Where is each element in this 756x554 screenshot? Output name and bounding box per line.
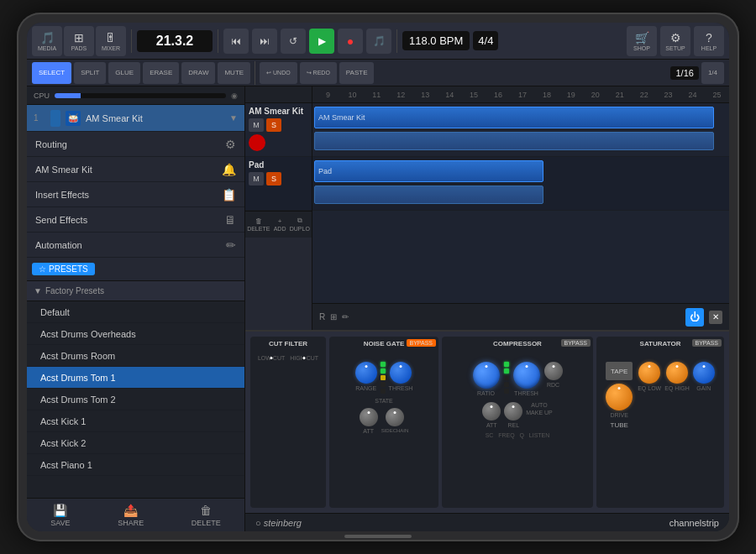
chevron-icon: ▼ xyxy=(34,286,42,295)
home-indicator xyxy=(344,535,412,538)
preset-acst-tom2[interactable]: Acst Drums Tom 2 xyxy=(27,389,244,410)
nav-am-smear[interactable]: AM Smear Kit 🔔 xyxy=(27,157,244,182)
play-button[interactable]: ▶ xyxy=(309,29,334,54)
save-button[interactable]: 💾 SAVE xyxy=(50,504,70,527)
bottom-actions: 💾 SAVE 📤 SHARE 🗑 DELETE xyxy=(27,498,244,531)
track-mute-btn[interactable]: M xyxy=(249,118,264,132)
sidechain-knob[interactable] xyxy=(386,408,404,426)
presets-button[interactable]: ☆ PRESETS xyxy=(32,263,95,275)
arranger-grid-btn[interactable]: ⊞ xyxy=(330,312,337,321)
track-record-arm[interactable] xyxy=(249,134,265,151)
cpu-fill xyxy=(55,93,81,98)
noise-gate-bypass[interactable]: BYPASS xyxy=(407,339,437,347)
comp-thresh-knob[interactable] xyxy=(513,362,540,389)
rdc-knob[interactable] xyxy=(544,362,563,380)
share-button[interactable]: 📤 SHARE xyxy=(118,504,144,527)
compressor-bypass[interactable]: BYPASS xyxy=(561,339,591,347)
clip-2a[interactable]: Pad xyxy=(314,160,543,182)
clip-1b[interactable] xyxy=(314,132,714,150)
power-btn[interactable]: ⏻ xyxy=(685,308,704,327)
select-tool[interactable]: SELECT xyxy=(32,62,71,84)
preset-acst-tom1[interactable]: Acst Drums Tom 1 xyxy=(27,367,244,389)
forward-icon: ⏭ xyxy=(260,35,270,47)
clip-2b[interactable] xyxy=(314,186,543,204)
thresh-knob[interactable] xyxy=(390,362,412,384)
comp-rel-knob-group: REL xyxy=(504,402,522,428)
arranger-r-btn[interactable]: R xyxy=(319,312,325,321)
sidechain-knob-group: SIDECHAIN xyxy=(381,408,409,434)
track-arrow: ▼ xyxy=(229,113,238,123)
time-sig-display[interactable]: 4/4 xyxy=(473,31,498,50)
record-button[interactable]: ● xyxy=(338,29,363,54)
add-track-btn[interactable]: +ADD xyxy=(274,217,286,233)
setup-button[interactable]: ⚙ SETUP xyxy=(660,26,690,56)
drive-knob[interactable] xyxy=(606,384,633,410)
rewind-button[interactable]: ⏮ xyxy=(223,29,249,54)
noise-gate-leds xyxy=(381,362,386,394)
preset-default[interactable]: Default xyxy=(27,301,244,323)
preset-group-header: ▼ Factory Presets xyxy=(27,281,244,301)
mute-tool[interactable]: MUTE xyxy=(218,62,250,84)
bpm-display[interactable]: 118.0 BPM xyxy=(402,31,470,50)
plugin-panel: CUT FILTER LOW CUT xyxy=(245,330,729,531)
mixer-button[interactable]: 🎚 MIXER xyxy=(96,26,126,56)
saturator-bypass[interactable]: BYPASS xyxy=(692,339,722,347)
att-knob[interactable] xyxy=(360,408,378,426)
clip-1a[interactable]: AM Smear Kit xyxy=(314,107,714,128)
quantize-button[interactable]: 1/4 xyxy=(701,62,724,84)
preset-acst-kick2[interactable]: Acst Kick 2 xyxy=(27,432,244,454)
delete-track-btn[interactable]: 🗑DELETE xyxy=(247,217,270,233)
arranger-pencil-btn[interactable]: ✏ xyxy=(342,312,349,321)
save-icon: 💾 xyxy=(53,504,67,517)
duplo-btn[interactable]: ⧉DUPLO xyxy=(290,217,310,233)
media-button[interactable]: 🎵 MEDIA xyxy=(32,26,62,56)
comp-att-knob-group: ATT xyxy=(482,402,501,428)
eq-low-knob[interactable] xyxy=(638,362,660,384)
preset-acst-kick1[interactable]: Acst Kick 1 xyxy=(27,410,244,432)
glue-tool[interactable]: GLUE xyxy=(108,62,140,84)
track-type-icon: 🥁 xyxy=(66,111,81,126)
delete-button[interactable]: 🗑 DELETE xyxy=(192,504,221,527)
preset-acst-piano1[interactable]: Acst Piano 1 xyxy=(27,454,244,476)
preset-acst-overheads[interactable]: Acst Drums Overheads xyxy=(27,323,244,345)
nav-insert-effects[interactable]: Insert Effects 📋 xyxy=(27,182,244,207)
star-icon: ☆ xyxy=(39,264,46,274)
comp-rel-knob[interactable] xyxy=(504,402,522,421)
ratio-knob[interactable] xyxy=(473,362,500,389)
close-x-btn[interactable]: ✕ xyxy=(709,311,722,324)
redo-button[interactable]: ↪ REDO xyxy=(300,62,337,84)
draw-tool[interactable]: DRAW xyxy=(181,62,215,84)
shop-button[interactable]: 🛒 SHOP xyxy=(627,26,657,56)
undo-button[interactable]: ↩ UNDO xyxy=(260,62,297,84)
nav-send-effects[interactable]: Send Effects 🖥 xyxy=(27,207,244,233)
ratio-knob-group: RATIO xyxy=(473,362,500,396)
preset-acst-room[interactable]: Acst Drums Room xyxy=(27,345,244,367)
eq-high-knob[interactable] xyxy=(666,362,688,384)
comp-led-4 xyxy=(504,382,509,387)
pads-button[interactable]: ⊞ PADS xyxy=(64,26,94,56)
forward-button[interactable]: ⏭ xyxy=(252,29,277,54)
steinberg-footer: ○ steinberg channelstrip xyxy=(245,513,729,531)
track2-record-btn[interactable]: S xyxy=(266,172,281,186)
split-tool[interactable]: SPLIT xyxy=(74,62,106,84)
range-knob[interactable] xyxy=(355,362,377,384)
metronome-button[interactable]: 🎵 xyxy=(366,29,391,54)
paste-button[interactable]: PASTE xyxy=(339,62,375,84)
erase-tool[interactable]: ERASE xyxy=(143,62,179,84)
snap-display[interactable]: 1/16 xyxy=(670,66,698,80)
comp-att-knob[interactable] xyxy=(482,402,501,421)
nav-automation[interactable]: Automation ✏ xyxy=(27,233,244,258)
tube-btn[interactable]: TUBE xyxy=(611,421,628,429)
compressor-section: COMPRESSOR BYPASS RATIO xyxy=(442,337,593,508)
track-1-item[interactable]: 1 🥁 AM Smear Kit ▼ xyxy=(27,105,244,132)
position-display[interactable]: 21.3.2 xyxy=(137,30,213,52)
track2-mute-btn[interactable]: M xyxy=(249,172,264,186)
track-record-btn[interactable]: S xyxy=(266,118,281,132)
loop-button[interactable]: ↺ xyxy=(281,29,306,54)
record-icon: ● xyxy=(347,34,354,48)
help-button[interactable]: ? HELP xyxy=(694,26,724,56)
automation-icon: ✏ xyxy=(226,238,236,252)
nav-routing[interactable]: Routing ⚙ xyxy=(27,132,244,157)
arranger: 9 10 11 12 13 14 15 16 17 18 xyxy=(312,86,729,330)
gain-knob[interactable] xyxy=(693,362,715,384)
